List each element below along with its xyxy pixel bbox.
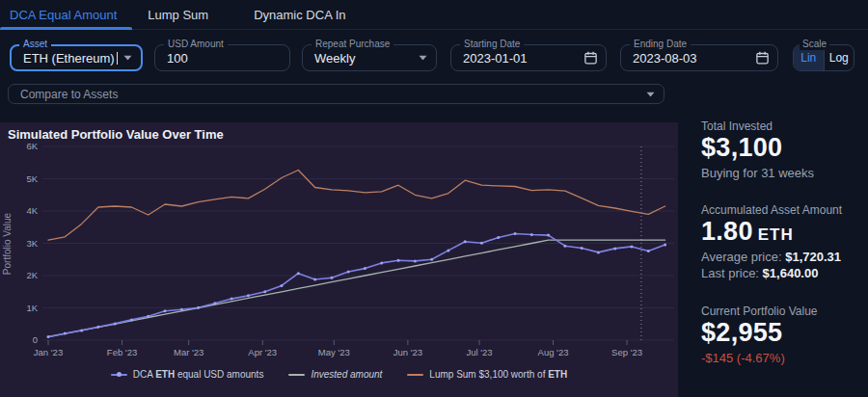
ending-date-input[interactable]: Ending Date 2023-08-03 xyxy=(620,44,778,71)
usd-amount-input[interactable]: USD Amount 100 xyxy=(154,44,290,71)
calendar-icon[interactable] xyxy=(755,51,770,66)
ending-date-value: 2023-08-03 xyxy=(633,45,697,70)
dca-simulator-app: DCA Equal Amount Lump Sum Dynamic DCA In… xyxy=(0,0,868,397)
scale-toggle: Scale Lin Log xyxy=(793,44,854,71)
starting-date-value: 2023-01-01 xyxy=(463,45,528,70)
usd-amount-value: 100 xyxy=(167,45,188,70)
asset-unit: ETH xyxy=(758,225,794,244)
svg-text:Mar '23: Mar '23 xyxy=(174,347,203,357)
svg-text:3K: 3K xyxy=(26,238,38,249)
lump-sum-line-swatch xyxy=(407,374,423,376)
compare-placeholder: Compare to Assets xyxy=(20,85,118,103)
compare-to-assets-select[interactable]: Compare to Assets xyxy=(8,84,665,104)
svg-text:Aug '23: Aug '23 xyxy=(538,347,569,357)
tab-dca-equal-amount[interactable]: DCA Equal Amount xyxy=(0,0,132,29)
svg-text:Jan '23: Jan '23 xyxy=(34,347,63,357)
invested-line-swatch xyxy=(288,374,305,376)
svg-text:6K: 6K xyxy=(26,144,38,151)
svg-text:1K: 1K xyxy=(26,303,38,313)
total-invested-label: Total Invested xyxy=(701,119,773,133)
svg-text:Sep '23: Sep '23 xyxy=(611,347,642,357)
scale-label: Scale xyxy=(800,39,829,50)
svg-text:Feb '23: Feb '23 xyxy=(107,347,137,357)
repeat-purchase-select[interactable]: Repeat Purchase Weekly xyxy=(302,44,437,71)
svg-text:Apr '23: Apr '23 xyxy=(248,347,277,357)
legend-label-dca: DCA ETH equal USD amounts xyxy=(133,369,264,380)
average-price: Average price: $1,720.31 xyxy=(701,250,841,264)
asset-select[interactable]: Asset ETH (Ethereum) xyxy=(10,44,143,71)
legend-label-lump-sum: Lump Sum $3,100 worth of ETH xyxy=(429,369,567,380)
tab-bar: DCA Equal Amount Lump Sum Dynamic DCA In xyxy=(0,0,868,30)
portfolio-change: -$145 (-4.67%) xyxy=(701,351,785,365)
svg-text:2K: 2K xyxy=(26,270,38,280)
accumulated-asset-value: 1.80ETH xyxy=(701,217,794,247)
total-invested-value: $3,100 xyxy=(701,133,782,163)
svg-text:Portfolio Value: Portfolio Value xyxy=(2,212,13,275)
text-cursor xyxy=(117,52,118,65)
current-portfolio-value: $2,955 xyxy=(701,318,782,348)
svg-text:Jun '23: Jun '23 xyxy=(393,347,422,357)
svg-text:0: 0 xyxy=(33,334,38,345)
svg-text:Jul '23: Jul '23 xyxy=(466,347,492,357)
buying-duration: Buying for 31 weeks xyxy=(701,166,814,180)
chart-legend: DCA ETH equal USD amounts Invested amoun… xyxy=(0,369,678,380)
asset-value: ETH (Ethereum) xyxy=(23,46,118,69)
dca-line-swatch xyxy=(111,374,127,376)
legend-item-lump-sum[interactable]: Lump Sum $3,100 worth of ETH xyxy=(407,369,567,380)
accumulated-asset-label: Accumulated Asset Amount xyxy=(701,203,842,217)
svg-text:5K: 5K xyxy=(26,173,38,184)
chart-panel: Simulated Portfolio Value Over Time 01K2… xyxy=(0,122,678,397)
svg-text:4K: 4K xyxy=(26,205,38,216)
tab-dynamic-dca-in[interactable]: Dynamic DCA In xyxy=(238,0,361,29)
chart-title: Simulated Portfolio Value Over Time xyxy=(8,127,224,142)
calendar-icon[interactable] xyxy=(583,51,598,66)
dca-dot-swatch xyxy=(117,372,122,377)
chevron-down-icon[interactable] xyxy=(123,56,132,61)
tab-lump-sum[interactable]: Lump Sum xyxy=(132,0,224,29)
repeat-purchase-value: Weekly xyxy=(314,45,355,70)
current-portfolio-value-label: Current Portfolio Value xyxy=(701,304,818,318)
starting-date-input[interactable]: Starting Date 2023-01-01 xyxy=(450,44,607,71)
svg-text:May '23: May '23 xyxy=(318,347,350,357)
last-price: Last price: $1,640.00 xyxy=(701,266,818,280)
chevron-down-icon[interactable] xyxy=(646,92,655,96)
legend-label-invested: Invested amount xyxy=(311,369,382,380)
legend-item-dca[interactable]: DCA ETH equal USD amounts xyxy=(111,369,264,380)
portfolio-value-chart: 01K2K3K4K5K6KJan '23Feb '23Mar '23Apr '2… xyxy=(0,144,678,367)
chevron-down-icon[interactable] xyxy=(419,56,427,61)
legend-item-invested[interactable]: Invested amount xyxy=(288,369,382,380)
